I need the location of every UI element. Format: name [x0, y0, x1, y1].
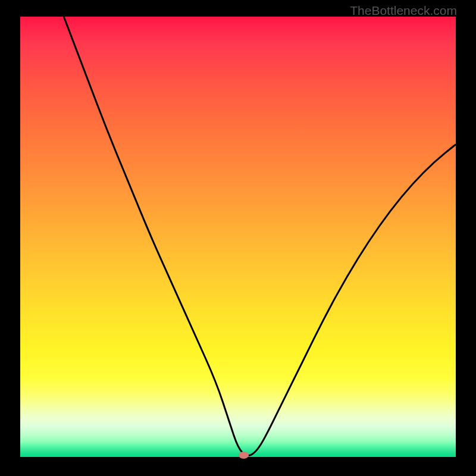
chart-plot-area — [20, 17, 456, 457]
bottleneck-curve — [20, 17, 456, 457]
minimum-point-marker — [239, 452, 249, 459]
watermark-text: TheBottleneck.com — [350, 4, 457, 18]
